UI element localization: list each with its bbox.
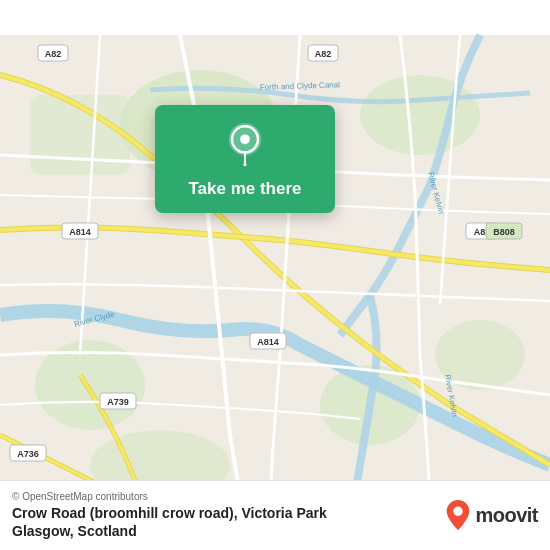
- take-me-button-label: Take me there: [188, 179, 301, 199]
- svg-point-31: [243, 163, 246, 166]
- svg-text:A82: A82: [45, 49, 62, 59]
- svg-text:A814: A814: [257, 337, 279, 347]
- osm-credit: © OpenStreetMap contributors: [12, 491, 434, 502]
- svg-text:A739: A739: [107, 397, 129, 407]
- svg-point-30: [240, 134, 250, 144]
- map-background: A82 A82 A82 A814 A814 A739 A736 B808 For…: [0, 0, 550, 550]
- svg-text:A736: A736: [17, 449, 39, 459]
- svg-point-32: [454, 507, 463, 516]
- moovit-brand-text: moovit: [475, 504, 538, 527]
- moovit-logo: moovit: [444, 498, 538, 532]
- location-name: Crow Road (broomhill crow road), Victori…: [12, 504, 434, 540]
- moovit-pin-icon: [444, 498, 472, 532]
- svg-text:B808: B808: [493, 227, 515, 237]
- location-pin-icon: [223, 123, 267, 167]
- svg-text:A814: A814: [69, 227, 91, 237]
- take-me-card[interactable]: Take me there: [155, 105, 335, 213]
- map-container: A82 A82 A82 A814 A814 A739 A736 B808 For…: [0, 0, 550, 550]
- svg-text:A82: A82: [315, 49, 332, 59]
- location-info: © OpenStreetMap contributors Crow Road (…: [12, 491, 434, 540]
- bottom-bar: © OpenStreetMap contributors Crow Road (…: [0, 480, 550, 550]
